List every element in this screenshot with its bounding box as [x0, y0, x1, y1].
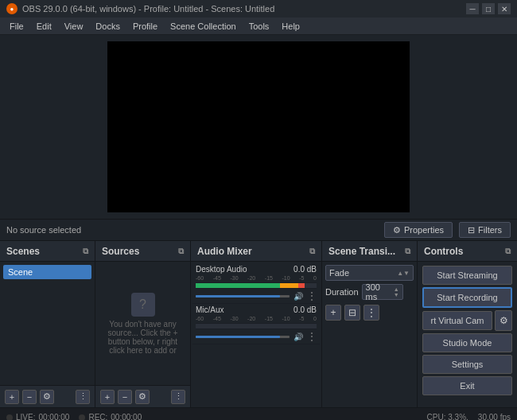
- up-arrow-icon[interactable]: ▲: [394, 286, 399, 292]
- menu-edit[interactable]: Edit: [30, 18, 58, 34]
- start-recording-button[interactable]: Start Recording: [422, 287, 512, 308]
- scene-config-button[interactable]: ⚙: [40, 390, 54, 404]
- live-status: LIVE: 00:00:00: [6, 413, 69, 420]
- audio-expand-icon[interactable]: ⧉: [309, 247, 315, 256]
- mic-meter-empty: [196, 324, 317, 329]
- audio-mixer-panel: Audio Mixer ⧉ Desktop Audio 0.0 dB -60 -…: [191, 241, 322, 407]
- transition-add-button[interactable]: +: [325, 305, 341, 321]
- scene-add-button[interactable]: +: [5, 390, 19, 404]
- source-config-button[interactable]: ⚙: [135, 390, 150, 404]
- gear-icon: ⚙: [500, 315, 508, 326]
- controls-title: Controls: [424, 246, 463, 257]
- maximize-button[interactable]: □: [482, 3, 495, 14]
- duration-value: 300 ms: [366, 282, 394, 301]
- mic-meter-bg: [196, 324, 317, 329]
- menu-scene-collection[interactable]: Scene Collection: [164, 18, 243, 34]
- menu-help[interactable]: Help: [275, 18, 306, 34]
- audio-content: Desktop Audio 0.0 dB -60 -45 -30 -20 -15…: [191, 262, 321, 407]
- controls-content: Start Streaming Start Recording rt Virtu…: [418, 262, 517, 407]
- duration-label: Duration: [325, 287, 359, 297]
- scene-transitions-panel: Scene Transi... ⧉ Fade ▲▼ Duration 300 m…: [322, 241, 418, 407]
- scenes-panel: Scenes ⧉ Scene + − ⚙ ⋮: [0, 241, 95, 407]
- close-button[interactable]: ✕: [498, 3, 511, 14]
- scenes-expand-icon[interactable]: ⧉: [83, 247, 88, 256]
- mic-aux-header: Mic/Aux 0.0 dB: [196, 305, 317, 314]
- mic-volume-slider[interactable]: [196, 336, 290, 338]
- virtual-cam-row: rt Virtual Cam ⚙: [422, 310, 512, 331]
- sources-title: Sources: [102, 246, 139, 257]
- desktop-volume-fill: [196, 295, 280, 298]
- desktop-meter-bg: [196, 283, 317, 288]
- transition-select[interactable]: Fade ▲▼: [325, 265, 414, 281]
- sources-empty-icon: ?: [131, 293, 155, 317]
- meter-yellow: [280, 283, 298, 288]
- mic-volume-fill: [196, 336, 280, 338]
- audio-title: Audio Mixer: [197, 246, 252, 257]
- menu-view[interactable]: View: [58, 18, 90, 34]
- desktop-volume-slider[interactable]: [196, 295, 290, 298]
- sources-expand-icon[interactable]: ⧉: [178, 247, 184, 256]
- duration-row: Duration 300 ms ▲ ▼: [325, 284, 414, 300]
- source-more-button[interactable]: ⋮: [171, 390, 185, 404]
- source-bar: No source selected ⚙ Properties ⊟ Filter…: [0, 219, 517, 241]
- live-time: 00:00:00: [38, 413, 69, 420]
- properties-button[interactable]: ⚙ Properties: [384, 222, 453, 238]
- transition-value: Fade: [329, 268, 349, 278]
- scenes-panel-header: Scenes ⧉: [0, 241, 95, 262]
- desktop-speaker-icon[interactable]: 🔊: [293, 290, 304, 301]
- transitions-expand-icon[interactable]: ⧉: [405, 247, 410, 256]
- sources-toolbar: + − ⚙ ⋮: [95, 385, 190, 407]
- mic-audio-menu[interactable]: ⋮: [307, 331, 317, 342]
- rec-time: 00:00:00: [111, 413, 142, 420]
- menu-tools[interactable]: Tools: [243, 18, 276, 34]
- menu-profile[interactable]: Profile: [126, 18, 164, 34]
- window-title: OBS 29.0.0 (64-bit, windows) - Profile: …: [22, 4, 274, 14]
- filters-button[interactable]: ⊟ Filters: [459, 222, 511, 238]
- rec-indicator-dot: [79, 414, 85, 421]
- desktop-audio-header: Desktop Audio 0.0 dB: [196, 265, 317, 274]
- desktop-audio-controls: 🔊 ⋮: [196, 290, 317, 301]
- mic-audio-controls: 🔊 ⋮: [196, 331, 317, 342]
- transition-more-button[interactable]: ⋮: [363, 305, 379, 321]
- studio-mode-button[interactable]: Studio Mode: [422, 333, 512, 352]
- controls-expand-icon[interactable]: ⧉: [505, 247, 511, 256]
- transitions-content: Fade ▲▼ Duration 300 ms ▲ ▼ + ⊟ ⋮: [322, 262, 417, 407]
- exit-button[interactable]: Exit: [422, 376, 512, 395]
- scene-remove-button[interactable]: −: [22, 390, 37, 404]
- preview-container: [0, 35, 517, 219]
- start-streaming-button[interactable]: Start Streaming: [422, 266, 512, 285]
- duration-input[interactable]: 300 ms ▲ ▼: [362, 284, 403, 300]
- mic-speaker-icon[interactable]: 🔊: [293, 331, 304, 342]
- title-bar-left: ● OBS 29.0.0 (64-bit, windows) - Profile…: [6, 3, 274, 14]
- scene-more-button[interactable]: ⋮: [76, 390, 90, 404]
- desktop-audio-name: Desktop Audio: [196, 265, 247, 274]
- window-controls[interactable]: ─ □ ✕: [466, 3, 511, 14]
- transition-remove-button[interactable]: ⊟: [344, 305, 360, 321]
- virtual-cam-gear-button[interactable]: ⚙: [495, 310, 512, 331]
- scene-item[interactable]: Scene: [3, 265, 91, 279]
- minimize-button[interactable]: ─: [466, 3, 479, 14]
- sources-panel: Sources ⧉ ? You don't have any source...…: [95, 241, 191, 407]
- desktop-audio-menu[interactable]: ⋮: [307, 290, 317, 301]
- desktop-audio-db: 0.0 dB: [293, 265, 317, 274]
- sources-content: ? You don't have any source... Click the…: [95, 262, 190, 385]
- meter-empty: [305, 283, 317, 288]
- fps-label: 30.00 fps: [478, 413, 511, 420]
- controls-panel: Controls ⧉ Start Streaming Start Recordi…: [418, 241, 517, 407]
- source-remove-button[interactable]: −: [118, 390, 132, 404]
- menu-bar: File Edit View Docks Profile Scene Colle…: [0, 18, 517, 35]
- menu-docks[interactable]: Docks: [89, 18, 126, 34]
- settings-button[interactable]: Settings: [422, 355, 512, 374]
- menu-file[interactable]: File: [3, 18, 30, 34]
- audio-panel-header: Audio Mixer ⧉: [191, 241, 321, 262]
- transitions-title: Scene Transi...: [328, 246, 395, 257]
- duration-spinbox-arrows[interactable]: ▲ ▼: [394, 286, 399, 298]
- mic-meter-labels: -60 -45 -30 -20 -15 -10 -5 0: [196, 316, 317, 321]
- virtual-cam-button[interactable]: rt Virtual Cam: [422, 311, 492, 330]
- down-arrow-icon[interactable]: ▼: [394, 292, 399, 298]
- meter-green: [196, 283, 280, 288]
- desktop-meter: [196, 282, 317, 289]
- live-label: LIVE:: [16, 413, 35, 420]
- source-add-button[interactable]: +: [100, 390, 115, 404]
- desktop-audio-track: Desktop Audio 0.0 dB -60 -45 -30 -20 -15…: [192, 263, 320, 304]
